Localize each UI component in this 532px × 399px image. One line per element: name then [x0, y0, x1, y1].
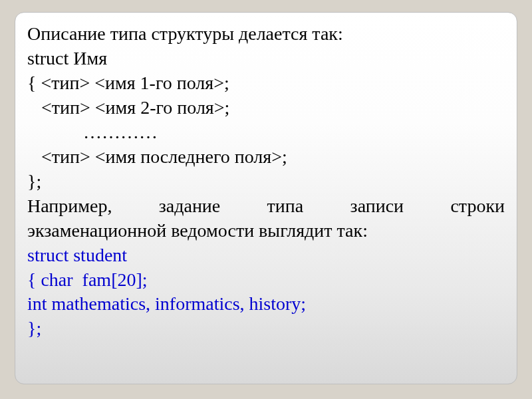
code-line-1: struct student [27, 243, 505, 268]
text-line-4: <тип> <имя 2-го поля>; [27, 96, 505, 120]
code-line-4: }; [27, 317, 505, 341]
text-line-5: ………… [27, 120, 505, 145]
text-line-1: Описание типа структуры делается так: [27, 22, 505, 47]
document-card: Описание типа структуры делается так: st… [15, 12, 517, 384]
text-line-6: <тип> <имя последнего поля>; [27, 145, 505, 170]
code-line-2: { char fam[20]; [27, 268, 505, 293]
text-line-7: }; [27, 170, 505, 194]
text-line-3: { <тип> <имя 1-го поля>; [27, 71, 505, 96]
text-line-8: Например, задание типа записи строки [27, 194, 505, 219]
text-line-9: экзаменационной ведомости выглядит так: [27, 219, 505, 243]
code-line-3: int mathematics, informatics, history; [27, 292, 505, 317]
text-line-2: struct Имя [27, 47, 505, 71]
